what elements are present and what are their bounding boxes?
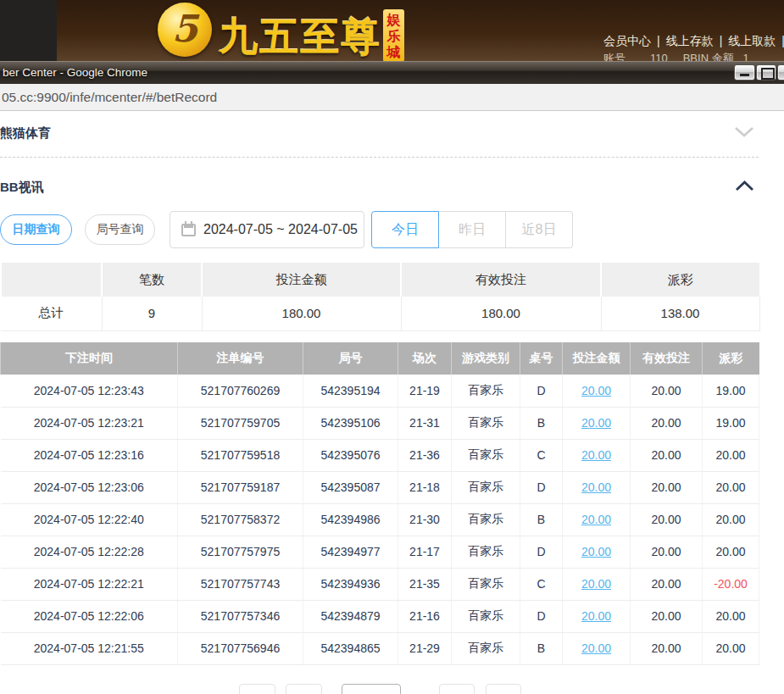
calendar-icon bbox=[181, 224, 196, 236]
pagination-button-1[interactable] bbox=[239, 684, 275, 694]
date-query-tab[interactable]: 日期查询 bbox=[0, 214, 72, 245]
cell-session: 21-17 bbox=[398, 536, 452, 568]
bet-amount-link[interactable]: 20.00 bbox=[581, 641, 611, 655]
cell-session: 21-31 bbox=[398, 407, 452, 439]
bet-table-header-cell: 桌号 bbox=[520, 342, 563, 375]
cell-game-type: 百家乐 bbox=[452, 375, 520, 407]
bet-amount-link[interactable]: 20.00 bbox=[581, 513, 611, 526]
cell-round-id: 542395076 bbox=[303, 439, 398, 471]
section-title: BB视讯 bbox=[0, 180, 44, 196]
browser-titlebar[interactable]: ber Center - Google Chrome bbox=[0, 61, 784, 84]
nav-member-center[interactable]: 会员中心 bbox=[603, 34, 651, 47]
cell-bet-amount: 20.00 bbox=[563, 439, 631, 471]
cell-bet-id: 521707757975 bbox=[178, 536, 303, 568]
table-row: 2024-07-05 12:23:16 521707759518 5423950… bbox=[1, 439, 759, 471]
cell-payout: 20.00 bbox=[703, 632, 759, 664]
close-button[interactable] bbox=[777, 64, 784, 81]
nav-separator: | bbox=[657, 34, 660, 47]
cell-bet-time: 2024-07-05 12:22:21 bbox=[1, 568, 178, 600]
table-row: 2024-07-05 12:22:21 521707757743 5423949… bbox=[1, 568, 759, 600]
date-range-picker[interactable]: 2024-07-05 ~ 2024-07-05 bbox=[170, 211, 364, 248]
search-button[interactable]: 查询 bbox=[580, 211, 648, 248]
cell-session: 21-30 bbox=[398, 503, 452, 536]
cell-bet-id: 521707759705 bbox=[178, 407, 303, 439]
bet-table-header-cell: 下注时间 bbox=[1, 342, 178, 375]
table-row: 2024-07-05 12:23:43 521707760269 5423951… bbox=[1, 375, 759, 407]
bet-amount-link[interactable]: 20.00 bbox=[581, 577, 611, 591]
quick-range-group: 今日 昨日 近8日 bbox=[371, 211, 573, 248]
cell-bet-amount: 20.00 bbox=[563, 407, 631, 439]
today-button[interactable]: 今日 bbox=[371, 211, 439, 248]
summary-payout: 138.00 bbox=[601, 297, 759, 330]
cell-round-id: 542395106 bbox=[303, 407, 398, 439]
cell-game-type: 百家乐 bbox=[452, 471, 520, 503]
nav-online-deposit[interactable]: 线上存款 bbox=[666, 34, 714, 47]
cell-bet-id: 521707760269 bbox=[178, 375, 303, 407]
cell-bet-id: 521707759187 bbox=[178, 471, 303, 503]
summary-table: 笔数投注金额有效投注派彩 总计 9 180.00 180.00 138.00 bbox=[0, 263, 760, 331]
cell-bet-time: 2024-07-05 12:23:16 bbox=[1, 439, 178, 471]
cell-table-no: C bbox=[520, 439, 563, 471]
summary-total-label: 总计 bbox=[1, 297, 102, 330]
cell-valid-bet: 20.00 bbox=[631, 471, 703, 503]
cell-bet-time: 2024-07-05 12:23:21 bbox=[1, 407, 178, 439]
pagination bbox=[0, 684, 784, 694]
bet-amount-link[interactable]: 20.00 bbox=[581, 448, 611, 462]
bet-amount-link[interactable]: 20.00 bbox=[581, 480, 611, 494]
cell-valid-bet: 20.00 bbox=[631, 503, 703, 536]
bet-record-table: 下注时间注单编号局号场次游戏类别桌号投注金额有效投注派彩 2024-07-05 … bbox=[0, 342, 759, 665]
table-row: 2024-07-05 12:23:21 521707759705 5423951… bbox=[1, 407, 759, 439]
chevron-down-icon[interactable] bbox=[734, 126, 754, 137]
cell-table-no: B bbox=[520, 632, 563, 664]
chevron-up-icon[interactable] bbox=[735, 180, 754, 192]
cell-round-id: 542394977 bbox=[303, 536, 398, 568]
bet-table-header-cell: 局号 bbox=[303, 342, 398, 375]
cell-bet-time: 2024-07-05 12:23:43 bbox=[1, 375, 178, 407]
bet-amount-link[interactable]: 20.00 bbox=[581, 384, 611, 397]
bet-amount-link[interactable]: 20.00 bbox=[581, 609, 611, 623]
filter-bar: 日期查询 局号查询 2024-07-05 ~ 2024-07-05 今日 昨日 … bbox=[0, 211, 784, 248]
pagination-button-4[interactable] bbox=[439, 684, 475, 694]
nav-online-withdraw[interactable]: 线上取款 bbox=[728, 34, 776, 47]
cell-session: 21-18 bbox=[398, 471, 452, 503]
bet-amount-link[interactable]: 20.00 bbox=[581, 545, 611, 558]
pagination-current-button[interactable] bbox=[342, 684, 401, 694]
bet-amount-link[interactable]: 20.00 bbox=[581, 416, 611, 430]
bet-table-header-row: 下注时间注单编号局号场次游戏类别桌号投注金额有效投注派彩 bbox=[1, 342, 759, 375]
cell-session: 21-19 bbox=[398, 375, 452, 407]
maximize-button[interactable] bbox=[756, 64, 776, 81]
minimize-button[interactable] bbox=[734, 64, 755, 81]
nav-separator: | bbox=[720, 34, 723, 47]
brand-logo-icon: 5 bbox=[158, 3, 212, 57]
member-center-content: 熊猫体育 BB视讯 日期查询 局号查询 2024-07-05 ~ 2024-07… bbox=[0, 111, 784, 694]
round-query-tab[interactable]: 局号查询 bbox=[85, 214, 155, 245]
pagination-button-5[interactable] bbox=[486, 684, 521, 694]
browser-url-bar[interactable]: 05.cc:9900/infe/mcenter/#/betRecord bbox=[0, 84, 784, 111]
cell-session: 21-35 bbox=[398, 568, 452, 600]
badge-char: 娱 bbox=[383, 12, 404, 28]
cell-valid-bet: 20.00 bbox=[631, 536, 703, 568]
summary-header-row: 笔数投注金额有效投注派彩 bbox=[1, 263, 759, 297]
cell-payout: 20.00 bbox=[703, 600, 759, 632]
summary-total-row: 总计 9 180.00 180.00 138.00 bbox=[1, 297, 759, 330]
bet-table-body: 2024-07-05 12:23:43 521707760269 5423951… bbox=[1, 375, 759, 664]
section-panda-sports[interactable]: 熊猫体育 bbox=[0, 111, 759, 158]
date-range-value: 2024-07-05 ~ 2024-07-05 bbox=[203, 222, 358, 237]
cell-valid-bet: 20.00 bbox=[631, 600, 703, 632]
badge-char: 乐 bbox=[383, 28, 404, 44]
cell-bet-id: 521707759518 bbox=[178, 439, 303, 471]
last-8-days-button[interactable]: 近8日 bbox=[506, 211, 573, 248]
cell-round-id: 542395087 bbox=[303, 471, 398, 503]
brand-badge: 娱 乐 城 bbox=[383, 9, 404, 61]
section-bb-video[interactable]: BB视讯 bbox=[0, 158, 759, 209]
pagination-button-2[interactable] bbox=[286, 684, 322, 694]
summary-header-cell: 有效投注 bbox=[401, 263, 601, 297]
yesterday-button[interactable]: 昨日 bbox=[439, 211, 506, 248]
cell-game-type: 百家乐 bbox=[452, 632, 520, 664]
cell-bet-amount: 20.00 bbox=[563, 600, 631, 632]
cell-bet-amount: 20.00 bbox=[563, 632, 631, 664]
cell-bet-id: 521707758372 bbox=[178, 503, 303, 536]
cell-bet-amount: 20.00 bbox=[563, 471, 631, 503]
cell-bet-time: 2024-07-05 12:22:28 bbox=[1, 536, 178, 568]
cell-round-id: 542394865 bbox=[303, 632, 398, 664]
